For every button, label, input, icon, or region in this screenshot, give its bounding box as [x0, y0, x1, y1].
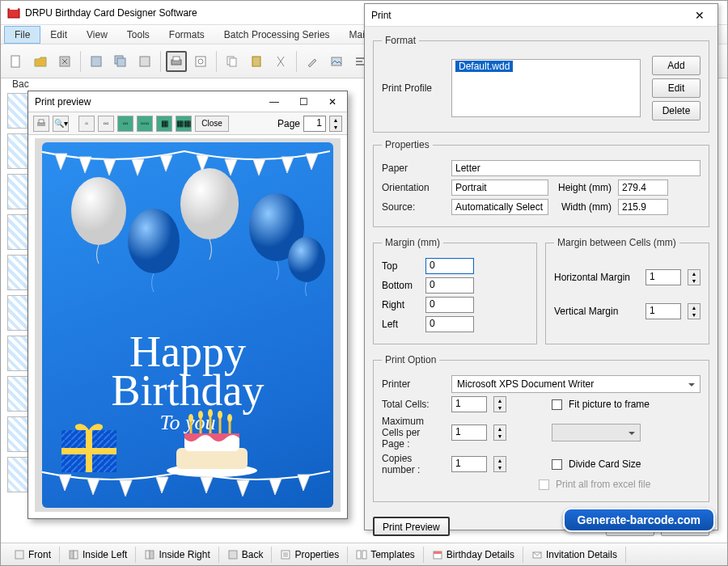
divide-checkbox[interactable]: [552, 459, 562, 470]
left-label: Left: [382, 319, 419, 330]
preview-titlebar: Print preview — ☐ ✕: [28, 91, 347, 112]
backgrounds-label: Bac: [12, 78, 29, 90]
svg-marker-30: [55, 154, 67, 170]
tab-properties[interactable]: Properties: [272, 547, 348, 563]
print-icon[interactable]: [166, 51, 187, 72]
bottom-input[interactable]: 0: [425, 277, 474, 294]
top-input[interactable]: 0: [425, 258, 474, 274]
svg-rect-15: [332, 57, 341, 65]
hmargin-input[interactable]: 1: [645, 269, 681, 285]
menu-batch[interactable]: Batch Processing Series: [214, 27, 340, 43]
tab-birthday-details[interactable]: Birthday Details: [424, 547, 523, 563]
view-2-icon[interactable]: ▫▫: [98, 116, 114, 132]
close-icon[interactable]: [54, 51, 75, 72]
orientation-field[interactable]: Portrait: [451, 180, 548, 196]
svg-point-59: [208, 409, 213, 417]
vmargin-spinner[interactable]: ▲▼: [688, 303, 700, 319]
source-field[interactable]: Automatically Select: [451, 199, 548, 215]
maximize-icon[interactable]: ☐: [289, 91, 318, 112]
delete-button[interactable]: Delete: [652, 101, 700, 120]
minimize-icon[interactable]: —: [260, 91, 289, 112]
profile-list[interactable]: Default.wdd: [451, 59, 641, 117]
max-spinner[interactable]: ▲▼: [493, 424, 506, 441]
svg-marker-68: [269, 479, 281, 495]
separator: [216, 51, 217, 72]
view-1-icon[interactable]: ▫: [78, 116, 95, 132]
open-icon[interactable]: [30, 51, 51, 72]
svg-rect-19: [146, 551, 150, 559]
tab-label: Front: [28, 549, 51, 560]
svg-marker-67: [237, 480, 249, 496]
image-icon[interactable]: [326, 51, 347, 72]
brush-icon[interactable]: [302, 51, 323, 72]
bottom-label: Bottom: [382, 280, 419, 291]
close-icon[interactable]: ✕: [688, 9, 711, 22]
tab-inside-right[interactable]: Inside Right: [136, 547, 218, 563]
bottom-tabs: Front Inside Left Inside Right Back Prop…: [1, 543, 727, 565]
close-preview-button[interactable]: Close: [195, 116, 229, 132]
max-input[interactable]: 1: [451, 424, 487, 441]
right-input[interactable]: 0: [425, 297, 474, 313]
paper-field[interactable]: Letter: [451, 160, 700, 176]
menu-edit[interactable]: Edit: [40, 27, 77, 43]
vmargin-input[interactable]: 1: [645, 303, 681, 319]
copies-input[interactable]: 1: [451, 456, 487, 472]
print-preview-button[interactable]: Print Preview: [373, 517, 450, 536]
divide-label: Divide Card Size: [569, 458, 641, 470]
tab-inside-left[interactable]: Inside Left: [60, 547, 136, 563]
svg-rect-2: [11, 56, 19, 67]
width-field[interactable]: 215.9: [618, 199, 668, 215]
height-field[interactable]: 279.4: [618, 180, 668, 196]
tab-front[interactable]: Front: [6, 547, 60, 563]
svg-marker-65: [156, 477, 168, 493]
saveall-icon[interactable]: [110, 51, 131, 72]
paste-icon[interactable]: [246, 51, 267, 72]
svg-marker-64: [120, 480, 132, 496]
svg-marker-62: [59, 475, 71, 491]
menu-tools[interactable]: Tools: [117, 27, 159, 43]
copy-icon[interactable]: [222, 51, 243, 72]
view-6-icon[interactable]: ▦▦: [176, 116, 192, 132]
menu-view[interactable]: View: [77, 27, 117, 43]
svg-marker-39: [306, 154, 318, 170]
fit-checkbox[interactable]: [552, 399, 562, 410]
view-3-icon[interactable]: ▫▫: [117, 116, 133, 132]
menu-formats[interactable]: Formats: [159, 27, 214, 43]
left-input[interactable]: 0: [425, 316, 474, 332]
cut-icon[interactable]: [270, 51, 291, 72]
svg-marker-63: [87, 479, 99, 495]
zoom-icon[interactable]: 🔍▾: [53, 116, 69, 132]
edit-button[interactable]: Edit: [652, 78, 700, 98]
view-5-icon[interactable]: ▦: [156, 116, 172, 132]
save-icon[interactable]: [86, 51, 107, 72]
tab-back[interactable]: Back: [219, 547, 273, 563]
printer-label: Printer: [382, 378, 445, 390]
copies-spinner[interactable]: ▲▼: [493, 456, 506, 472]
tab-label: Templates: [370, 549, 415, 560]
export-icon[interactable]: [134, 51, 155, 72]
new-icon[interactable]: [6, 51, 27, 72]
page-spinner[interactable]: ▲▼: [329, 116, 342, 132]
close-icon[interactable]: ✕: [318, 91, 347, 112]
preview-title: Print preview: [28, 96, 260, 108]
tab-templates[interactable]: Templates: [348, 547, 424, 563]
preview-icon[interactable]: [190, 51, 211, 72]
add-button[interactable]: Add: [652, 56, 700, 75]
card-preview: Happy Birthday To you: [42, 142, 333, 508]
right-label: Right: [382, 299, 419, 310]
tab-invitation-details[interactable]: Invitation Details: [523, 547, 626, 563]
printer-select[interactable]: Microsoft XPS Document Writer: [451, 375, 700, 393]
tab-label: Invitation Details: [546, 549, 617, 560]
tab-label: Back: [242, 549, 264, 560]
hmargin-spinner[interactable]: ▲▼: [688, 269, 700, 285]
svg-marker-37: [253, 159, 265, 175]
total-input[interactable]: 1: [451, 396, 487, 412]
total-spinner[interactable]: ▲▼: [493, 396, 506, 412]
profile-item-selected[interactable]: Default.wdd: [455, 61, 513, 72]
print-icon[interactable]: [33, 116, 49, 132]
page-input[interactable]: 1: [303, 116, 326, 132]
view-4-icon[interactable]: ▫▫▫: [137, 116, 153, 132]
svg-rect-21: [229, 551, 237, 559]
tab-label: Inside Right: [159, 549, 210, 560]
menu-file[interactable]: File: [4, 26, 40, 44]
